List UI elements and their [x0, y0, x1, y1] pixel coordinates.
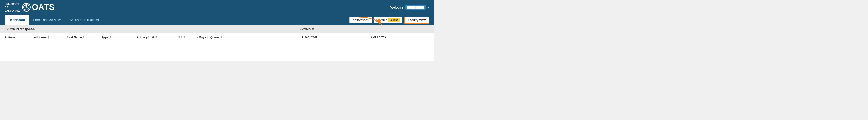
col-header-num-forms: # of Forms: [371, 35, 427, 39]
oats-logo: OATS: [22, 2, 55, 12]
main-header: UNIVERSITY OF CALIFORNIA OATS Welcome, █…: [0, 0, 434, 15]
col-header-first-name: First Name ▲▼: [67, 35, 102, 39]
welcome-area: Welcome, ████████ ▼: [390, 5, 430, 9]
uc-text: UNIVERSITY OF CALIFORNIA: [4, 2, 20, 12]
annotation-arrow: [357, 16, 384, 28]
col-header-primary-unit: Primary Unit ▲▼: [137, 35, 179, 39]
logo-area: UNIVERSITY OF CALIFORNIA OATS: [4, 2, 55, 12]
dropdown-arrow-icon[interactable]: ▼: [427, 6, 430, 9]
col-header-fiscal-year: Fiscal Year: [302, 35, 371, 39]
clock-icon: [22, 3, 31, 11]
content-area: FORMS IN MY QUEUE Actions Last Name ▲▼ F…: [0, 25, 434, 61]
welcome-name: ████████: [405, 5, 426, 9]
summary-panel: SUMMARY: Fiscal Year # of Forms: [295, 25, 434, 61]
legend-badge: Legend: [388, 18, 400, 22]
tab-forms-activities[interactable]: Forms and Activities: [29, 15, 65, 25]
forms-table-header: Actions Last Name ▲▼ First Name ▲▼ Type …: [0, 33, 295, 42]
sort-last-name-icon[interactable]: ▲▼: [48, 35, 50, 39]
tab-dashboard[interactable]: Dashboard: [4, 15, 29, 25]
forms-queue-title: FORMS IN MY QUEUE: [0, 25, 295, 33]
col-header-type: Type ▲▼: [102, 35, 137, 39]
sort-first-name-icon[interactable]: ▲▼: [83, 35, 85, 39]
welcome-label: Welcome,: [390, 6, 404, 9]
col-header-last-name: Last Name ▲▼: [32, 35, 67, 39]
col-header-fy: FY ▲▼: [179, 35, 196, 39]
tab-annual-certifications[interactable]: Annual Certifications: [65, 15, 102, 25]
sort-primary-unit-icon[interactable]: ▲▼: [155, 35, 157, 39]
oats-label: OATS: [32, 2, 55, 12]
nav-right-controls: Notifications ? Status Legend Faculty Vi…: [349, 17, 430, 24]
sort-type-icon[interactable]: ▲▼: [109, 35, 112, 39]
summary-table-header: Fiscal Year # of Forms: [295, 33, 434, 41]
faculty-view-button[interactable]: Faculty View: [404, 17, 430, 24]
sort-days-icon[interactable]: ▼: [220, 36, 222, 38]
col-header-days-in-queue: # Days in Queue ▼: [196, 35, 234, 39]
sort-fy-icon[interactable]: ▲▼: [183, 35, 185, 39]
navbar: Dashboard Forms and Activities Annual Ce…: [0, 15, 434, 25]
col-header-actions: Actions: [4, 35, 32, 39]
forms-queue-panel: FORMS IN MY QUEUE Actions Last Name ▲▼ F…: [0, 25, 295, 61]
